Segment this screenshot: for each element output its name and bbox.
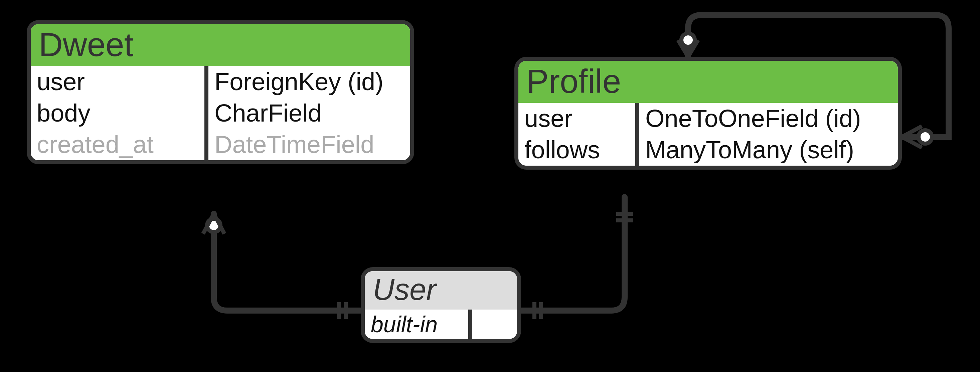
field-type: OneToOneField (id) xyxy=(639,103,898,134)
field-name: user xyxy=(519,103,635,134)
relation-dweet-user xyxy=(203,214,361,319)
field-name: follows xyxy=(519,134,635,165)
field-name: body xyxy=(31,97,204,129)
svg-point-2 xyxy=(918,130,932,144)
er-diagram: Dweet user body created_at ForeignKey (i… xyxy=(0,0,980,372)
entity-profile-body: user follows OneToOneField (id) ManyToMa… xyxy=(519,103,898,165)
field-type: ForeignKey (id) xyxy=(208,66,410,97)
field-name: built-in xyxy=(365,310,468,339)
svg-point-1 xyxy=(681,33,695,47)
relation-profile-user xyxy=(521,197,633,319)
field-type xyxy=(472,310,517,339)
entity-dweet-title: Dweet xyxy=(31,24,410,66)
entity-profile: Profile user follows OneToOneField (id) … xyxy=(514,57,902,170)
entity-user: User built-in xyxy=(361,267,521,343)
field-type: DateTimeField xyxy=(208,129,410,160)
field-name: created_at xyxy=(31,129,204,160)
field-type: CharField xyxy=(208,97,410,129)
entity-dweet: Dweet user body created_at ForeignKey (i… xyxy=(27,20,414,164)
entity-profile-title: Profile xyxy=(519,61,898,103)
svg-point-0 xyxy=(207,219,220,232)
entity-user-title: User xyxy=(365,271,517,310)
entity-user-body: built-in xyxy=(365,310,517,339)
field-name: user xyxy=(31,66,204,97)
entity-dweet-body: user body created_at ForeignKey (id) Cha… xyxy=(31,66,410,160)
field-type: ManyToMany (self) xyxy=(639,134,898,165)
